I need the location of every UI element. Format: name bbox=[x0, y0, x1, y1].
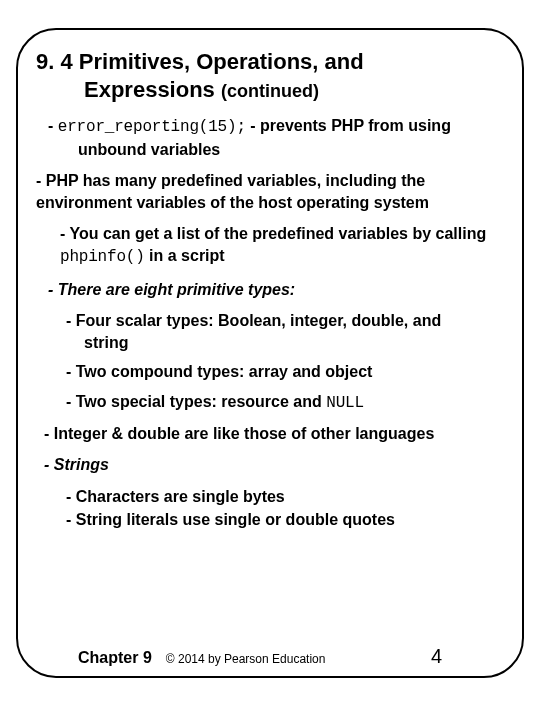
bullet-single-bytes: - Characters are single bytes bbox=[36, 486, 504, 508]
slide-title: 9. 4 Primitives, Operations, and Express… bbox=[36, 48, 504, 103]
slide-body: - error_reporting(15); - prevents PHP fr… bbox=[36, 115, 504, 531]
title-word: Expressions bbox=[84, 77, 215, 102]
bullet-predefined-vars: - PHP has many predefined variables, inc… bbox=[36, 170, 504, 213]
title-continued: (continued) bbox=[221, 81, 319, 101]
bullet-text: - Two special types: resource and bbox=[66, 393, 326, 410]
copyright-text: © 2014 by Pearson Education bbox=[166, 652, 326, 666]
bullet-text: - Four scalar types: Boolean, integer, d… bbox=[66, 312, 441, 329]
bullet-cont-line: unbound variables bbox=[48, 139, 504, 161]
bullet-compound-types: - Two compound types: array and object bbox=[36, 361, 504, 383]
slide-footer: Chapter 9 © 2014 by Pearson Education 4 bbox=[18, 645, 522, 668]
bullet-dash: - bbox=[48, 117, 58, 134]
bullet-string-literals: - String literals use single or double q… bbox=[36, 509, 504, 531]
slide-frame: 9. 4 Primitives, Operations, and Express… bbox=[16, 28, 524, 678]
bullet-cont-line: string bbox=[66, 332, 504, 354]
bullet-text: - You can get a list of the predefined v… bbox=[60, 225, 486, 242]
page-number: 4 bbox=[431, 645, 442, 668]
code-null: NULL bbox=[326, 394, 364, 412]
chapter-label: Chapter 9 bbox=[78, 649, 152, 667]
bullet-integer-double: - Integer & double are like those of oth… bbox=[36, 423, 504, 445]
title-line-1: 9. 4 Primitives, Operations, and bbox=[36, 48, 504, 76]
bullet-scalar-types: - Four scalar types: Boolean, integer, d… bbox=[36, 310, 504, 353]
title-line-2: Expressions (continued) bbox=[36, 76, 504, 104]
bullet-error-reporting: - error_reporting(15); - prevents PHP fr… bbox=[36, 115, 504, 160]
bullet-phpinfo: - You can get a list of the predefined v… bbox=[36, 223, 504, 268]
code-error-reporting: error_reporting(15); bbox=[58, 118, 246, 136]
bullet-primitive-types: - There are eight primitive types: bbox=[36, 279, 504, 301]
bullet-strings: - Strings bbox=[36, 454, 504, 476]
code-phpinfo: phpinfo() bbox=[60, 248, 145, 266]
bullet-text: - prevents PHP from using bbox=[246, 117, 451, 134]
bullet-text: in a script bbox=[145, 247, 225, 264]
bullet-special-types: - Two special types: resource and NULL bbox=[36, 391, 504, 415]
